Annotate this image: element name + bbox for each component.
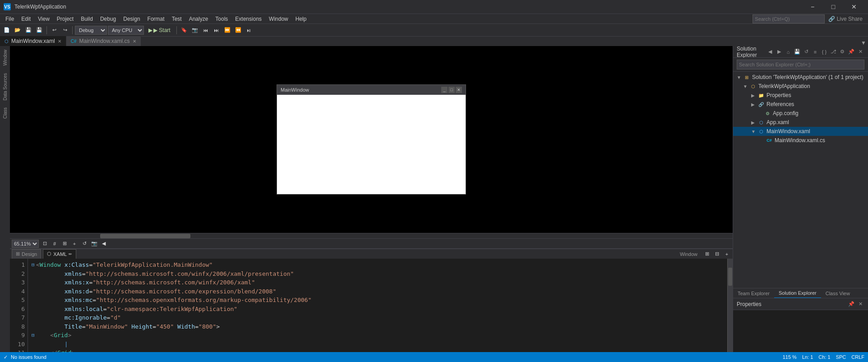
zoom-snap-btn[interactable]: ⊞ [60, 240, 69, 248]
menu-test[interactable]: Test [168, 14, 185, 24]
code-content[interactable]: ⊟ <Window x:Class="TelerikWpfApplication… [28, 259, 727, 352]
sidebar-label-class[interactable]: Class [2, 104, 9, 122]
props-close-btn[interactable]: ✕ [856, 300, 864, 308]
se-save-btn[interactable]: 💾 [793, 48, 801, 56]
tree-solution[interactable]: ▼ ⊞ Solution 'TelerikWpfApplication' (1 … [733, 73, 868, 82]
zoom-grid-btn[interactable]: # [51, 240, 59, 248]
properties-label: Properties [766, 92, 791, 98]
open-btn[interactable]: 📂 [13, 25, 23, 35]
screenshot-btn[interactable]: 📷 [190, 25, 200, 35]
props-pin-btn[interactable]: 📌 [847, 300, 855, 308]
se-git-btn[interactable]: ⎇ [829, 48, 837, 56]
se-forward-btn[interactable]: ▶ [775, 48, 783, 56]
step-btn-1[interactable]: ⏮ [201, 25, 211, 35]
redo-btn[interactable]: ↪ [60, 25, 70, 35]
se-filter-btn[interactable]: ≡ [811, 48, 819, 56]
editor-collapse-btn[interactable]: ⊟ [713, 250, 721, 258]
design-win-maximize[interactable]: □ [448, 87, 455, 93]
se-search-input[interactable] [737, 60, 864, 70]
save-btn[interactable]: 💾 [23, 25, 33, 35]
line-3-xmlns-x-val: "http://schemas.microsoft.com/winfx/2006… [92, 278, 255, 287]
tab-team-explorer[interactable]: Team Explorer [733, 288, 774, 298]
menu-analyze[interactable]: Analyze [185, 14, 212, 24]
live-share-link[interactable]: 🔗 Live Share [825, 16, 866, 22]
tree-properties[interactable]: ▶ 📁 Properties [733, 91, 868, 100]
menu-format[interactable]: Format [144, 14, 168, 24]
tab-mainwindow-xaml-cs[interactable]: C# MainWindow.xaml.cs ✕ [66, 36, 141, 46]
sidebar-label-data-sources[interactable]: Data Sources [2, 70, 9, 104]
title-bar-controls[interactable]: − □ ✕ [802, 0, 864, 14]
menu-view[interactable]: View [34, 14, 53, 24]
step-btn-5[interactable]: ⏯ [244, 25, 254, 35]
zoom-scroll-left[interactable]: ◀ [102, 241, 106, 246]
code-v-scrollbar[interactable] [727, 259, 733, 352]
app-xaml-icon: ⬡ [757, 119, 765, 126]
zoom-add-btn[interactable]: + [70, 240, 78, 248]
debug-config-select[interactable]: Debug Release [75, 26, 107, 35]
tab-solution-explorer[interactable]: Solution Explorer [774, 288, 821, 298]
editor-tab-design[interactable]: ⊞ Design [12, 249, 41, 259]
bookmark-btn[interactable]: 🔖 [179, 25, 189, 35]
project-label: TelerikWpfApplication [758, 83, 810, 89]
se-close-btn[interactable]: ✕ [856, 48, 864, 56]
menu-build[interactable]: Build [77, 14, 97, 24]
tab-bar: ⬡ MainWindow.xaml ✕ C# MainWindow.xaml.c… [0, 36, 868, 46]
line-3-xmlns-x: xmlns:x [65, 278, 89, 287]
se-back-btn[interactable]: ◀ [766, 48, 774, 56]
editor-expand-btn[interactable]: ⊞ [703, 250, 711, 258]
minimize-button[interactable]: − [802, 0, 823, 14]
menu-edit[interactable]: Edit [18, 14, 34, 24]
tab-mainwindow-xaml-close[interactable]: ✕ [58, 39, 61, 44]
menu-window[interactable]: Window [265, 14, 292, 24]
code-v-scroll-thumb[interactable] [728, 268, 732, 286]
zoom-select[interactable]: 65.11% 100% 50% [12, 240, 39, 248]
tree-app-config[interactable]: ▶ ⚙ App.config [733, 109, 868, 118]
menu-tools[interactable]: Tools [212, 14, 231, 24]
step-btn-3[interactable]: ⏩ [222, 25, 232, 35]
tree-app-xaml[interactable]: ▶ ⬡ App.xaml [733, 118, 868, 127]
close-button[interactable]: ✕ [844, 0, 864, 14]
tree-references[interactable]: ▶ 🔗 References [733, 100, 868, 109]
save-all-btn[interactable]: 💾 [34, 25, 44, 35]
menu-help[interactable]: Help [292, 14, 310, 24]
menu-debug[interactable]: Debug [97, 14, 120, 24]
h-scroll-thumb[interactable] [100, 234, 190, 238]
editor-tab-xaml[interactable]: ⬡ XAML ✏ [43, 249, 76, 259]
properties-icon: 📁 [757, 92, 765, 99]
tree-mainwindow-xaml-cs[interactable]: ▶ C# MainWindow.xaml.cs [733, 136, 868, 145]
tree-mainwindow-xaml[interactable]: ▼ ⬡ MainWindow.xaml [733, 127, 868, 136]
design-win-minimize[interactable]: _ [441, 87, 448, 93]
zoom-fit-btn[interactable]: ⊡ [41, 240, 49, 248]
menu-file[interactable]: File [2, 14, 18, 24]
step-btn-2[interactable]: ⏭ [212, 25, 222, 35]
editor-more-btn[interactable]: + [723, 250, 731, 258]
se-code-btn[interactable]: { } [820, 48, 828, 56]
line-11-grid-close: Grid [57, 348, 71, 352]
sidebar-label-window[interactable]: Window [2, 46, 9, 70]
menu-extensions[interactable]: Extensions [231, 14, 265, 24]
menu-design[interactable]: Design [120, 14, 143, 24]
tree-project[interactable]: ▼ ⬡ TelerikWpfApplication [733, 82, 868, 91]
solution-icon: ⊞ [743, 74, 750, 81]
designer-h-scrollbar[interactable] [10, 233, 733, 238]
global-search-input[interactable] [753, 14, 825, 23]
zoom-capture-btn[interactable]: 📷 [90, 240, 98, 248]
se-home-btn[interactable]: ⌂ [784, 48, 792, 56]
se-pin-btn[interactable]: 📌 [847, 48, 855, 56]
menu-project[interactable]: Project [53, 14, 77, 24]
zoom-refresh-btn[interactable]: ↺ [80, 240, 88, 248]
tab-dropdown-btn[interactable]: ▼ [859, 40, 868, 46]
new-project-btn[interactable]: 📄 [2, 25, 12, 35]
tab-class-view[interactable]: Class View [821, 288, 854, 298]
se-refresh-btn[interactable]: ↺ [802, 48, 810, 56]
undo-btn[interactable]: ↩ [49, 25, 59, 35]
se-props-btn[interactable]: ⚙ [838, 48, 846, 56]
mainwindow-xaml-icon: ⬡ [757, 128, 765, 135]
tab-mainwindow-xaml[interactable]: ⬡ MainWindow.xaml ✕ [0, 36, 66, 46]
design-win-close[interactable]: ✕ [456, 87, 462, 93]
tab-mainwindow-xaml-cs-close[interactable]: ✕ [133, 39, 136, 44]
start-button[interactable]: ▶ ▶ Start [145, 26, 174, 34]
maximize-button[interactable]: □ [823, 0, 844, 14]
platform-select[interactable]: Any CPU x86 x64 [108, 26, 144, 35]
step-btn-4[interactable]: ⏪ [233, 25, 243, 35]
